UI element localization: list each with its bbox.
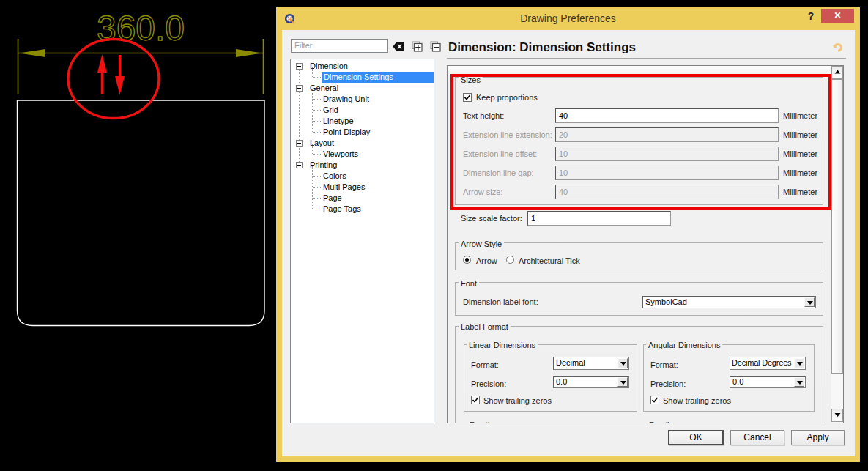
svg-text:360.0: 360.0	[97, 9, 185, 48]
